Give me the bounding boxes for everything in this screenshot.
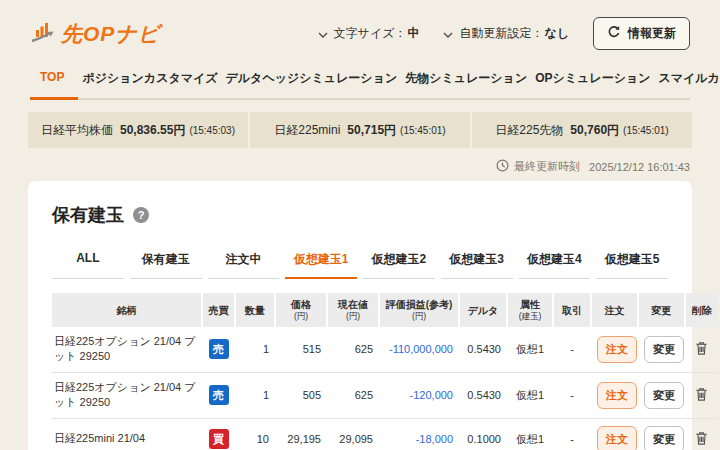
cell-symbol: 日経225mini 21/04	[52, 418, 202, 450]
main-nav: TOP ポジションカスタマイズ デルタヘッジシミュレーション 先物シミュレーショ…	[30, 60, 690, 100]
logo-chart-icon	[30, 21, 56, 47]
ticker-nikkei-average: 日経平均株価50,836.55円(15:45:03)	[28, 112, 248, 148]
col-header-attribute: 属性(建玉)	[507, 293, 553, 327]
last-update-time: 2025/12/12 16:01:43	[589, 161, 690, 173]
trash-icon	[694, 344, 709, 359]
ticker-name: 日経225mini	[274, 123, 340, 137]
ticker-name: 日経225先物	[495, 123, 563, 137]
subtab-virtual-3[interactable]: 仮想建玉3	[441, 244, 513, 279]
col-header-delta: デルタ	[459, 293, 507, 327]
positions-table: 銘柄 売買 数量 価格(円) 現在値(円) 評価損益(参考)(円) デルタ 属性…	[52, 293, 718, 450]
col-header-current: 現在値(円)	[327, 293, 379, 327]
ticker-time: (15:45:01)	[623, 125, 669, 136]
trash-icon	[694, 434, 709, 449]
app-logo[interactable]: 先OPナビ	[30, 20, 160, 48]
nav-tab-position-customize[interactable]: ポジションカスタマイズ	[78, 60, 221, 98]
trash-icon	[694, 390, 709, 405]
ticker-name: 日経平均株価	[41, 123, 113, 137]
delete-button[interactable]	[692, 428, 711, 450]
delete-button[interactable]	[692, 384, 711, 407]
subtab-holding[interactable]: 保有建玉	[130, 244, 202, 279]
col-header-symbol: 銘柄	[52, 293, 202, 327]
cell-current: 625	[327, 372, 379, 418]
col-header-order: 注文	[591, 293, 638, 327]
refresh-icon	[607, 25, 621, 42]
cell-trade: -	[553, 372, 591, 418]
table-row: 日経225オプション 21/04 プット 29250 売 1 515 625 -…	[52, 327, 718, 372]
ticker-value: 50,715円	[347, 123, 396, 137]
col-header-price: 価格(円)	[275, 293, 327, 327]
ticker-time: (15:45:03)	[189, 125, 235, 136]
font-size-dropdown[interactable]: 文字サイズ：中	[318, 25, 420, 42]
col-header-trade: 取引	[553, 293, 591, 327]
cell-symbol: 日経225オプション 21/04 プット 29250	[52, 372, 202, 418]
table-row: 日経225オプション 21/04 プット 29250 売 1 505 625 -…	[52, 372, 718, 418]
cell-pnl: -18,000	[379, 418, 459, 450]
page-title: 保有建玉	[52, 203, 124, 227]
cell-current: 29,095	[327, 418, 379, 450]
nav-tab-op-simulation[interactable]: OPシミュレーション	[531, 60, 654, 98]
cell-delta: 0.5430	[459, 372, 507, 418]
table-header-row: 銘柄 売買 数量 価格(円) 現在値(円) 評価損益(参考)(円) デルタ 属性…	[52, 293, 718, 327]
side-badge-buy: 買	[209, 429, 229, 449]
order-button[interactable]: 注文	[597, 426, 637, 450]
ticker-time: (15:45:01)	[400, 125, 446, 136]
subtab-virtual-1[interactable]: 仮想建玉1	[285, 244, 357, 279]
ticker-nikkei-225-futures: 日経225先物50,760円(15:45:01)	[472, 112, 692, 148]
cell-delta: 0.1000	[459, 418, 507, 450]
nav-tab-delta-hedge-simulation[interactable]: デルタヘッジシミュレーション	[222, 60, 402, 98]
ticker-value: 50,760円	[570, 123, 619, 137]
chevron-down-icon	[318, 27, 328, 41]
subtab-virtual-2[interactable]: 仮想建玉2	[363, 244, 435, 279]
col-header-side: 売買	[202, 293, 235, 327]
side-badge-sell: 売	[209, 385, 229, 405]
logo-text: 先OPナビ	[61, 20, 160, 48]
order-button[interactable]: 注文	[597, 382, 637, 409]
subtab-virtual-5[interactable]: 仮想建玉5	[596, 244, 668, 279]
auto-update-label: 自動更新設定：	[459, 25, 543, 42]
nav-tab-top[interactable]: TOP	[30, 60, 78, 98]
header-controls: 文字サイズ：中 自動更新設定：なし 情報更新	[318, 17, 690, 50]
delete-button[interactable]	[692, 338, 711, 361]
col-header-change: 変更	[638, 293, 685, 327]
last-update-label: 最終更新時刻	[514, 159, 580, 174]
top-header: 先OPナビ 文字サイズ：中 自動更新設定：なし 情報更新	[0, 0, 720, 58]
change-button[interactable]: 変更	[644, 426, 684, 450]
order-button[interactable]: 注文	[597, 336, 637, 363]
nav-tab-futures-simulation[interactable]: 先物シミュレーション	[401, 60, 531, 98]
nav-tab-smile-curve[interactable]: スマイルカーブ	[654, 60, 720, 98]
chevron-down-icon	[443, 27, 453, 41]
auto-update-dropdown[interactable]: 自動更新設定：なし	[443, 25, 569, 42]
subtab-all[interactable]: ALL	[52, 244, 124, 279]
last-update-row: 最終更新時刻 2025/12/12 16:01:43	[30, 159, 690, 174]
positions-card: 保有建玉 ? ALL 保有建玉 注文中 仮想建玉1 仮想建玉2 仮想建玉3 仮想…	[28, 181, 692, 450]
cell-pnl: -120,000	[379, 372, 459, 418]
cell-price: 505	[275, 372, 327, 418]
cell-price: 29,195	[275, 418, 327, 450]
subtab-virtual-4[interactable]: 仮想建玉4	[519, 244, 591, 279]
refresh-button[interactable]: 情報更新	[593, 17, 690, 50]
cell-price: 515	[275, 327, 327, 372]
subtab-ordering[interactable]: 注文中	[208, 244, 280, 279]
cell-attribute: 仮想1	[507, 327, 553, 372]
cell-quantity: 10	[235, 418, 275, 450]
auto-update-value: なし	[544, 25, 569, 42]
col-header-quantity: 数量	[235, 293, 275, 327]
side-badge-sell: 売	[209, 339, 229, 359]
change-button[interactable]: 変更	[644, 336, 684, 363]
cell-quantity: 1	[235, 372, 275, 418]
cell-symbol: 日経225オプション 21/04 プット 29250	[52, 327, 202, 372]
col-header-pnl: 評価損益(参考)(円)	[379, 293, 459, 327]
refresh-button-label: 情報更新	[628, 25, 676, 42]
positions-subtabs: ALL 保有建玉 注文中 仮想建玉1 仮想建玉2 仮想建玉3 仮想建玉4 仮想建…	[52, 244, 668, 279]
ticker-nikkei-225mini: 日経225mini50,715円(15:45:01)	[250, 112, 470, 148]
cell-trade: -	[553, 327, 591, 372]
change-button[interactable]: 変更	[644, 382, 684, 409]
cell-pnl: -110,000,000	[379, 327, 459, 372]
cell-current: 625	[327, 327, 379, 372]
col-header-delete: 削除	[685, 293, 718, 327]
font-size-label: 文字サイズ：	[334, 25, 407, 42]
help-icon[interactable]: ?	[133, 207, 149, 223]
table-row: 日経225mini 21/04 買 10 29,195 29,095 -18,0…	[52, 418, 718, 450]
font-size-value: 中	[407, 25, 419, 42]
